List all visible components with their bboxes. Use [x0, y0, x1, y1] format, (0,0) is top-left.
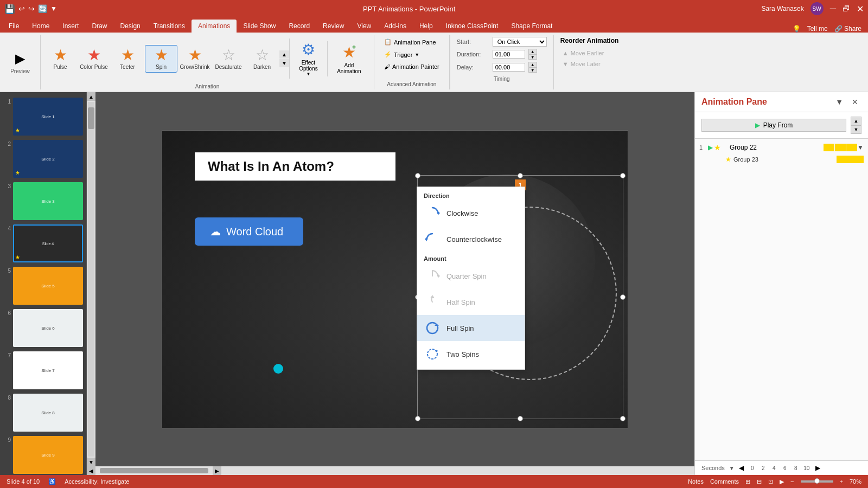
clockwise-option[interactable]: Clockwise [417, 200, 525, 226]
anim-spin[interactable]: ★ Spin [145, 45, 177, 73]
tab-file[interactable]: File [2, 20, 25, 33]
slide-thumb-6[interactable]: 6 Slide 6 [2, 308, 84, 348]
tab-view[interactable]: View [350, 20, 378, 33]
scroll-up-btn[interactable]: ▲ [279, 50, 289, 59]
handle-bm[interactable] [518, 416, 523, 421]
anim-darken[interactable]: ☆ Darken [246, 46, 278, 72]
anim-color-pulse[interactable]: ★ Color Pulse [78, 46, 110, 72]
scroll-down-btn[interactable]: ▼ [279, 59, 289, 67]
redo-icon[interactable]: ↪ [28, 4, 35, 13]
h-scroll-right[interactable]: ▶ [213, 466, 221, 475]
animation-pane-btn[interactable]: 📋 Animation Pane [381, 37, 443, 47]
delay-up[interactable]: ▲ [528, 62, 537, 67]
tab-review[interactable]: Review [316, 20, 350, 33]
zoom-in-btn[interactable]: + [840, 478, 843, 485]
counterclockwise-option[interactable]: Counterclockwise [417, 226, 525, 252]
effect-options-btn[interactable]: ⚙ EffectOptions ▼ [289, 38, 327, 79]
delay-input[interactable] [493, 63, 525, 72]
tab-addins[interactable]: Add-ins [378, 20, 413, 33]
duration-down[interactable]: ▼ [528, 54, 537, 60]
handle-br[interactable] [620, 416, 626, 421]
anim-desaturate[interactable]: ☆ Desaturate [212, 46, 245, 72]
handle-tm[interactable] [518, 173, 523, 178]
play-up-btn[interactable]: ▲ [851, 117, 861, 125]
tab-shape-format[interactable]: Shape Format [505, 20, 559, 33]
anim-grow-shrink[interactable]: ★ Grow/Shrink [178, 46, 211, 72]
tab-home[interactable]: Home [25, 20, 56, 33]
anim-sub-group23[interactable]: ★ Group 23 [695, 154, 868, 165]
quarter-spin-option[interactable]: Quarter Spin [417, 263, 525, 289]
slide-thumb-5[interactable]: 5 Slide 5 [2, 266, 84, 306]
tab-transitions[interactable]: Transitions [147, 20, 192, 33]
zoom-out-btn[interactable]: − [790, 478, 794, 485]
notes-btn[interactable]: Notes [688, 478, 704, 485]
word-cloud-btn[interactable]: ☁ Word Cloud [195, 217, 303, 246]
share-btn[interactable]: 🔗 Share [834, 25, 861, 33]
slide-thumb-1[interactable]: 1 Slide 1 ★ [2, 97, 84, 137]
move-earlier-btn[interactable]: ▲ Move Earlier [560, 49, 619, 57]
add-animation-btn[interactable]: ★+ AddAnimation [327, 41, 371, 76]
duration-up[interactable]: ▲ [528, 49, 537, 54]
undo-icon[interactable]: ↩ [18, 4, 25, 13]
tab-slideshow[interactable]: Slide Show [237, 20, 282, 33]
tab-draw[interactable]: Draw [85, 20, 113, 33]
preview-btn[interactable]: ▶ [7, 50, 34, 67]
restore-btn[interactable]: 🗗 [843, 4, 850, 13]
tab-record[interactable]: Record [282, 20, 316, 33]
start-select[interactable]: On Click With Previous After Previous [493, 37, 547, 47]
handle-tl[interactable] [415, 173, 420, 178]
save-icon[interactable]: 💾 [4, 4, 15, 14]
zoom-handle[interactable] [814, 478, 820, 484]
tab-design[interactable]: Design [113, 20, 146, 33]
zoom-level[interactable]: 70% [850, 478, 861, 485]
slide-thumb-2[interactable]: 2 Slide 2 ★ [2, 139, 84, 179]
half-spin-option[interactable]: Half Spin [417, 289, 525, 315]
view-slideshow-btn[interactable]: ▶ [780, 478, 784, 485]
animation-painter-btn[interactable]: 🖌 Animation Painter [381, 62, 443, 72]
slide-thumb-8[interactable]: 8 Slide 8 [2, 393, 84, 433]
blue-dot[interactable] [273, 364, 283, 374]
trigger-btn[interactable]: ⚡ Trigger ▼ [381, 49, 443, 60]
close-btn[interactable]: ✕ [857, 4, 864, 14]
handle-mr[interactable] [620, 294, 626, 300]
slide-thumb-9[interactable]: 9 Slide 9 [2, 435, 84, 475]
h-scroll-thumb[interactable] [100, 468, 208, 473]
tab-classpoint[interactable]: Inknoe ClassPoint [439, 20, 505, 33]
scroll-thumb[interactable] [88, 107, 94, 129]
seconds-label[interactable]: Seconds [701, 465, 725, 471]
move-later-btn[interactable]: ▼ Move Later [560, 60, 619, 68]
slide-thumb-3[interactable]: 3 Slide 3 [2, 181, 84, 221]
auto-save-icon[interactable]: 🔄 [38, 4, 47, 13]
view-reading-btn[interactable]: ⊡ [768, 478, 773, 485]
scroll-top-btn[interactable]: ▲ [87, 92, 95, 101]
tab-animations[interactable]: Animations [192, 20, 237, 33]
user-avatar[interactable]: SW [810, 2, 824, 15]
anim-pulse[interactable]: ★ Pulse [44, 46, 76, 72]
duration-input[interactable] [493, 50, 525, 59]
view-normal-btn[interactable]: ⊞ [745, 478, 750, 485]
next-btn[interactable]: ▶ [815, 464, 820, 472]
handle-tr[interactable] [620, 173, 626, 178]
comments-btn[interactable]: Comments [710, 478, 739, 485]
canvas-area[interactable]: What Is In An Atom? ☁ Word Cloud [95, 92, 694, 466]
zoom-slider[interactable] [801, 480, 833, 483]
anim-list-group22[interactable]: 1 ▶ ★ Group 22 ▼ [695, 141, 868, 154]
slide-thumb-7[interactable]: 7 Slide 7 [2, 350, 84, 390]
tab-help[interactable]: Help [413, 20, 439, 33]
quick-access-icon[interactable]: ▼ [50, 5, 57, 12]
tab-insert[interactable]: Insert [56, 20, 85, 33]
full-spin-option[interactable]: Full Spin [417, 315, 525, 341]
pane-close-btn[interactable]: ✕ [848, 97, 861, 107]
minimize-btn[interactable]: ─ [830, 4, 836, 14]
group22-expand[interactable]: ▼ [857, 144, 864, 151]
view-slide-btn[interactable]: ⊟ [757, 478, 762, 485]
delay-down[interactable]: ▼ [528, 67, 537, 73]
scroll-bottom-btn[interactable]: ▼ [87, 458, 95, 466]
anim-teeter[interactable]: ★ Teeter [111, 46, 144, 72]
two-spins-option[interactable]: Two Spins [417, 341, 525, 367]
play-from-btn[interactable]: ▶ Play From [701, 119, 846, 132]
prev-btn[interactable]: ◀ [739, 464, 744, 472]
accessibility-label[interactable]: Accessibility: Investigate [65, 478, 129, 485]
handle-bl[interactable] [415, 416, 420, 421]
play-down-btn[interactable]: ▼ [851, 125, 861, 134]
